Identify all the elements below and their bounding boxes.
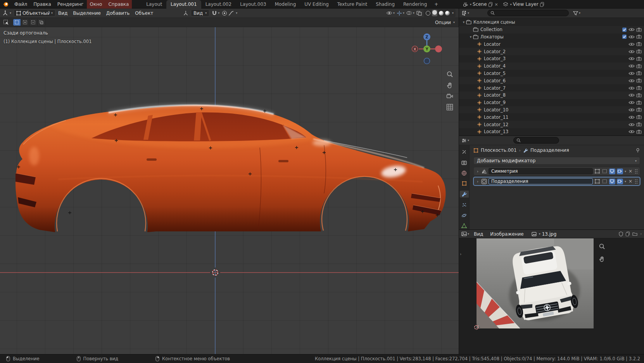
options-dropdown[interactable]: Опции ▾: [435, 20, 455, 25]
expand-icon[interactable]: ›: [476, 169, 480, 174]
outliner-row-collection[interactable]: Collection: [459, 26, 644, 33]
outliner-locator-row[interactable]: Locator_9: [459, 99, 644, 106]
select-new-button[interactable]: [13, 19, 21, 26]
grid-toggle-icon[interactable]: [446, 104, 453, 111]
eye-icon[interactable]: [628, 57, 635, 61]
tab-uv-editing[interactable]: UV Editing: [300, 0, 333, 9]
tab-physics-icon[interactable]: [460, 212, 469, 219]
tab-tool-icon[interactable]: [460, 148, 469, 155]
camera-icon[interactable]: [636, 42, 642, 46]
eye-icon[interactable]: [628, 130, 635, 134]
edit-mode-display-toggle-icon[interactable]: [594, 168, 600, 174]
eye-icon[interactable]: [628, 79, 635, 83]
camera-icon[interactable]: [636, 64, 642, 68]
viewport-canvas[interactable]: Сзади ортогональ (1) Коллекция сцены | П…: [0, 27, 459, 354]
tab-texture-paint[interactable]: Texture Paint: [333, 0, 371, 9]
add-modifier-dropdown[interactable]: Добавить модификатор ▾: [473, 157, 640, 165]
modifier-name-field[interactable]: Подразделения: [489, 178, 593, 184]
snap-toggle[interactable]: ▾: [212, 10, 219, 16]
image-datablock-selector[interactable]: ▾ 13.jpg: [532, 231, 557, 237]
gizmos-toggle[interactable]: ▾: [397, 10, 404, 16]
chevron-right-icon[interactable]: ›: [641, 232, 642, 236]
copy-icon[interactable]: [540, 2, 544, 7]
viewport-display-toggle[interactable]: [609, 168, 615, 174]
tab-modifiers-icon[interactable]: [460, 191, 469, 198]
eye-icon[interactable]: [628, 71, 635, 75]
properties-search-input[interactable]: [522, 138, 556, 143]
eye-icon[interactable]: [628, 115, 635, 119]
zoom-icon[interactable]: [599, 243, 605, 250]
image-canvas[interactable]: ›: [459, 238, 644, 354]
render-display-toggle[interactable]: [617, 168, 623, 174]
pan-hand-icon[interactable]: [446, 82, 453, 89]
outliner-row-locators[interactable]: ▾ Локаторы: [459, 33, 644, 41]
select-extend-button[interactable]: [21, 19, 29, 26]
camera-icon[interactable]: [636, 49, 642, 54]
outliner-locator-row[interactable]: Locator_10: [459, 106, 644, 114]
scene-selector[interactable]: ▾ Scene ×: [462, 0, 500, 8]
copy-icon[interactable]: [488, 2, 493, 7]
eye-icon[interactable]: [628, 50, 635, 54]
tab-layout-003[interactable]: Layout.003: [236, 0, 271, 9]
editor-type-button[interactable]: ▾: [2, 10, 11, 16]
edit-mode-display-toggle-icon[interactable]: [594, 179, 600, 184]
close-modifier-icon[interactable]: ×: [628, 179, 633, 184]
eye-icon[interactable]: [628, 123, 635, 127]
camera-icon[interactable]: [636, 93, 642, 97]
tab-particles-icon[interactable]: [460, 201, 469, 208]
menu-select[interactable]: Выделение: [70, 10, 103, 16]
solid-shading-button[interactable]: [432, 10, 437, 16]
modifier-panel[interactable]: › Подразделения ▾ ×: [473, 177, 640, 186]
tab-layout-002[interactable]: Layout.002: [201, 0, 236, 9]
tab-object-data-icon[interactable]: [460, 222, 469, 229]
wireframe-shading-button[interactable]: [426, 11, 430, 16]
tab-rendering[interactable]: Rendering: [399, 0, 431, 9]
editor-type-button[interactable]: ▾: [461, 10, 469, 16]
expand-panel-icon[interactable]: ›: [460, 252, 461, 257]
outliner-locator-row[interactable]: Locator_2: [459, 48, 644, 55]
pan-hand-icon[interactable]: [599, 256, 605, 262]
select-intersect-button[interactable]: [37, 19, 45, 26]
menu-help[interactable]: Справка: [105, 0, 132, 9]
active-tool-icon[interactable]: [3, 19, 9, 25]
outliner-locator-row[interactable]: Locator_8: [459, 92, 644, 99]
menu-edit[interactable]: Правка: [30, 0, 54, 9]
menu-file[interactable]: Файл: [11, 0, 30, 9]
outliner-locator-row[interactable]: Locator_11: [459, 113, 644, 121]
expand-icon[interactable]: ›: [476, 179, 480, 184]
camera-icon[interactable]: [636, 130, 642, 134]
camera-icon[interactable]: [636, 28, 642, 32]
menu-view[interactable]: Вид: [55, 10, 70, 16]
overlays-toggle[interactable]: ▾: [406, 10, 414, 16]
outliner-locator-row[interactable]: Locator_4: [459, 63, 644, 70]
tab-shading[interactable]: Shading: [371, 0, 399, 9]
disclosure-triangle-icon[interactable]: ▾: [461, 20, 466, 24]
eye-icon[interactable]: [628, 28, 635, 31]
camera-view-icon[interactable]: [446, 93, 453, 99]
modifier-name-field[interactable]: Симметрия: [489, 168, 593, 174]
camera-icon[interactable]: [636, 86, 642, 90]
menu-window[interactable]: Окно: [87, 0, 105, 9]
eye-icon[interactable]: [628, 86, 635, 90]
outliner-search[interactable]: [487, 10, 569, 16]
orientation-dropdown[interactable]: Вид ▾: [191, 9, 209, 17]
outliner-locator-row[interactable]: Locator_3: [459, 55, 644, 63]
blender-logo-icon[interactable]: [0, 1, 11, 7]
on-cage-toggle-icon[interactable]: [602, 168, 608, 174]
visibility-dropdown[interactable]: ▾: [386, 11, 395, 15]
checkbox-icon[interactable]: [622, 27, 627, 32]
xray-toggle-icon[interactable]: [416, 11, 422, 16]
drag-handle-icon[interactable]: [635, 179, 638, 184]
camera-icon[interactable]: [636, 57, 642, 61]
outliner-row-scene-collection[interactable]: ▾ Коллекция сцены: [459, 19, 644, 26]
outliner-locator-row[interactable]: Locator_13: [459, 128, 644, 135]
open-folder-icon[interactable]: [632, 232, 637, 236]
camera-icon[interactable]: [636, 78, 642, 83]
outliner-locator-row[interactable]: Locator_5: [459, 70, 644, 77]
close-icon[interactable]: ×: [494, 2, 499, 7]
menu-image[interactable]: Изображение: [488, 231, 526, 237]
tab-layout[interactable]: Layout: [142, 0, 166, 9]
menu-object[interactable]: Объект: [132, 10, 156, 16]
tab-layout-001[interactable]: Layout.001: [166, 0, 201, 9]
eye-icon[interactable]: [628, 64, 635, 68]
